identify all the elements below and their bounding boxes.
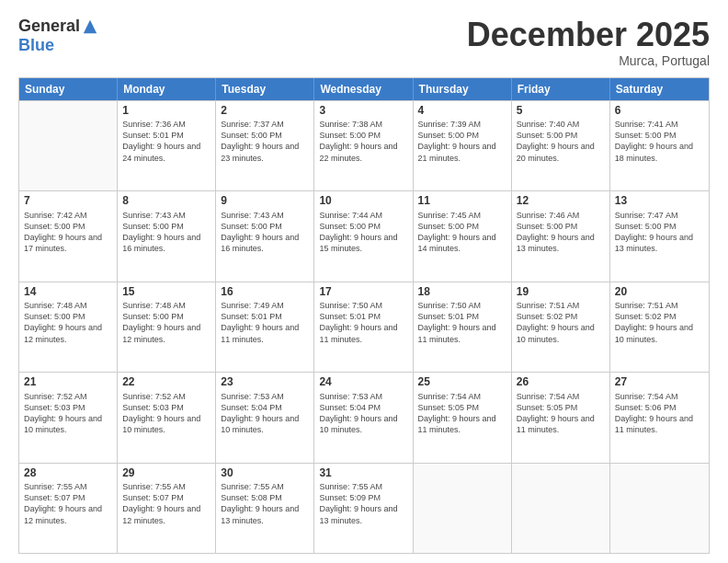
- day-number: 29: [122, 466, 210, 481]
- day-info: Sunrise: 7:51 AMSunset: 5:02 PMDaylight:…: [615, 300, 704, 345]
- day-cell-3: 3Sunrise: 7:38 AMSunset: 5:00 PMDaylight…: [314, 101, 413, 190]
- day-number: 16: [221, 285, 309, 300]
- day-info: Sunrise: 7:43 AMSunset: 5:00 PMDaylight:…: [122, 210, 210, 255]
- day-cell-8: 8Sunrise: 7:43 AMSunset: 5:00 PMDaylight…: [118, 191, 216, 281]
- day-info: Sunrise: 7:53 AMSunset: 5:04 PMDaylight:…: [221, 391, 309, 436]
- day-cell-10: 10Sunrise: 7:44 AMSunset: 5:00 PMDayligh…: [314, 191, 413, 281]
- day-cell-17: 17Sunrise: 7:50 AMSunset: 5:01 PMDayligh…: [314, 282, 413, 372]
- day-cell-15: 15Sunrise: 7:48 AMSunset: 5:00 PMDayligh…: [118, 282, 216, 372]
- day-number: 2: [221, 104, 309, 119]
- location: Murca, Portugal: [467, 53, 710, 68]
- day-cell-27: 27Sunrise: 7:54 AMSunset: 5:06 PMDayligh…: [610, 373, 709, 462]
- calendar-header: SundayMondayTuesdayWednesdayThursdayFrid…: [19, 78, 709, 100]
- calendar-row-2: 7Sunrise: 7:42 AMSunset: 5:00 PMDaylight…: [19, 190, 709, 281]
- day-number: 1: [122, 104, 210, 119]
- day-info: Sunrise: 7:39 AMSunset: 5:00 PMDaylight:…: [418, 119, 506, 164]
- day-cell-16: 16Sunrise: 7:49 AMSunset: 5:01 PMDayligh…: [216, 282, 314, 372]
- day-number: 3: [319, 104, 407, 119]
- day-info: Sunrise: 7:51 AMSunset: 5:02 PMDaylight:…: [517, 300, 605, 345]
- day-cell-2: 2Sunrise: 7:37 AMSunset: 5:00 PMDaylight…: [216, 101, 314, 190]
- day-info: Sunrise: 7:49 AMSunset: 5:01 PMDaylight:…: [221, 300, 309, 345]
- header-day-monday: Monday: [118, 78, 216, 100]
- day-cell-25: 25Sunrise: 7:54 AMSunset: 5:05 PMDayligh…: [414, 373, 512, 462]
- day-number: 18: [418, 285, 506, 300]
- month-title: December 2025: [467, 17, 710, 53]
- day-number: 23: [221, 375, 309, 390]
- header-day-saturday: Saturday: [610, 78, 709, 100]
- day-info: Sunrise: 7:46 AMSunset: 5:00 PMDaylight:…: [517, 210, 605, 255]
- empty-cell: [414, 464, 512, 553]
- header-day-wednesday: Wednesday: [314, 78, 413, 100]
- day-number: 8: [122, 194, 210, 209]
- day-number: 31: [319, 466, 407, 481]
- day-info: Sunrise: 7:36 AMSunset: 5:01 PMDaylight:…: [122, 119, 210, 164]
- day-number: 4: [418, 104, 506, 119]
- title-area: December 2025 Murca, Portugal: [467, 17, 710, 68]
- empty-cell: [19, 101, 118, 190]
- calendar-row-3: 14Sunrise: 7:48 AMSunset: 5:00 PMDayligh…: [19, 282, 709, 372]
- day-number: 21: [24, 375, 112, 390]
- day-cell-11: 11Sunrise: 7:45 AMSunset: 5:00 PMDayligh…: [414, 191, 512, 281]
- day-number: 28: [24, 466, 112, 481]
- day-info: Sunrise: 7:54 AMSunset: 5:05 PMDaylight:…: [418, 391, 506, 436]
- day-number: 25: [418, 375, 506, 390]
- calendar-body: 1Sunrise: 7:36 AMSunset: 5:01 PMDaylight…: [19, 100, 709, 553]
- day-cell-18: 18Sunrise: 7:50 AMSunset: 5:01 PMDayligh…: [414, 282, 512, 372]
- day-cell-26: 26Sunrise: 7:54 AMSunset: 5:05 PMDayligh…: [512, 373, 610, 462]
- day-info: Sunrise: 7:50 AMSunset: 5:01 PMDaylight:…: [418, 300, 506, 345]
- day-number: 22: [122, 375, 210, 390]
- empty-cell: [512, 464, 610, 553]
- calendar-row-1: 1Sunrise: 7:36 AMSunset: 5:01 PMDaylight…: [19, 100, 709, 190]
- day-cell-5: 5Sunrise: 7:40 AMSunset: 5:00 PMDaylight…: [512, 101, 610, 190]
- day-cell-30: 30Sunrise: 7:55 AMSunset: 5:08 PMDayligh…: [216, 464, 314, 553]
- page: General Blue December 2025 Murca, Portug…: [0, 0, 728, 563]
- header-day-tuesday: Tuesday: [216, 78, 314, 100]
- day-info: Sunrise: 7:55 AMSunset: 5:08 PMDaylight:…: [221, 481, 309, 526]
- day-info: Sunrise: 7:55 AMSunset: 5:09 PMDaylight:…: [319, 481, 407, 526]
- logo-icon: [82, 18, 98, 35]
- day-cell-29: 29Sunrise: 7:55 AMSunset: 5:07 PMDayligh…: [118, 464, 216, 553]
- day-info: Sunrise: 7:41 AMSunset: 5:00 PMDaylight:…: [615, 119, 704, 164]
- day-number: 17: [319, 285, 407, 300]
- day-info: Sunrise: 7:37 AMSunset: 5:00 PMDaylight:…: [221, 119, 309, 164]
- day-number: 7: [24, 194, 112, 209]
- day-number: 27: [615, 375, 704, 390]
- svg-marker-0: [84, 19, 97, 32]
- day-cell-7: 7Sunrise: 7:42 AMSunset: 5:00 PMDaylight…: [19, 191, 118, 281]
- header-day-thursday: Thursday: [414, 78, 512, 100]
- logo: General Blue: [18, 17, 98, 55]
- day-number: 20: [615, 285, 704, 300]
- empty-cell: [610, 464, 709, 553]
- day-cell-24: 24Sunrise: 7:53 AMSunset: 5:04 PMDayligh…: [314, 373, 413, 462]
- day-info: Sunrise: 7:52 AMSunset: 5:03 PMDaylight:…: [122, 391, 210, 436]
- logo-general-text: General: [18, 17, 80, 36]
- day-info: Sunrise: 7:48 AMSunset: 5:00 PMDaylight:…: [24, 300, 112, 345]
- day-info: Sunrise: 7:44 AMSunset: 5:00 PMDaylight:…: [319, 210, 407, 255]
- day-number: 6: [615, 104, 704, 119]
- day-number: 11: [418, 194, 506, 209]
- day-cell-19: 19Sunrise: 7:51 AMSunset: 5:02 PMDayligh…: [512, 282, 610, 372]
- day-number: 26: [517, 375, 605, 390]
- day-cell-22: 22Sunrise: 7:52 AMSunset: 5:03 PMDayligh…: [118, 373, 216, 462]
- day-info: Sunrise: 7:40 AMSunset: 5:00 PMDaylight:…: [517, 119, 605, 164]
- day-info: Sunrise: 7:42 AMSunset: 5:00 PMDaylight:…: [24, 210, 112, 255]
- day-info: Sunrise: 7:54 AMSunset: 5:06 PMDaylight:…: [615, 391, 704, 436]
- day-cell-1: 1Sunrise: 7:36 AMSunset: 5:01 PMDaylight…: [118, 101, 216, 190]
- calendar: SundayMondayTuesdayWednesdayThursdayFrid…: [18, 77, 710, 554]
- calendar-row-4: 21Sunrise: 7:52 AMSunset: 5:03 PMDayligh…: [19, 372, 709, 462]
- day-number: 12: [517, 194, 605, 209]
- day-info: Sunrise: 7:54 AMSunset: 5:05 PMDaylight:…: [517, 391, 605, 436]
- day-info: Sunrise: 7:47 AMSunset: 5:00 PMDaylight:…: [615, 210, 704, 255]
- day-cell-12: 12Sunrise: 7:46 AMSunset: 5:00 PMDayligh…: [512, 191, 610, 281]
- day-cell-4: 4Sunrise: 7:39 AMSunset: 5:00 PMDaylight…: [414, 101, 512, 190]
- day-number: 10: [319, 194, 407, 209]
- day-number: 5: [517, 104, 605, 119]
- header-day-friday: Friday: [512, 78, 610, 100]
- day-number: 19: [517, 285, 605, 300]
- logo-blue-text: Blue: [18, 36, 54, 55]
- day-info: Sunrise: 7:38 AMSunset: 5:00 PMDaylight:…: [319, 119, 407, 164]
- day-number: 15: [122, 285, 210, 300]
- day-cell-21: 21Sunrise: 7:52 AMSunset: 5:03 PMDayligh…: [19, 373, 118, 462]
- day-number: 9: [221, 194, 309, 209]
- day-cell-31: 31Sunrise: 7:55 AMSunset: 5:09 PMDayligh…: [314, 464, 413, 553]
